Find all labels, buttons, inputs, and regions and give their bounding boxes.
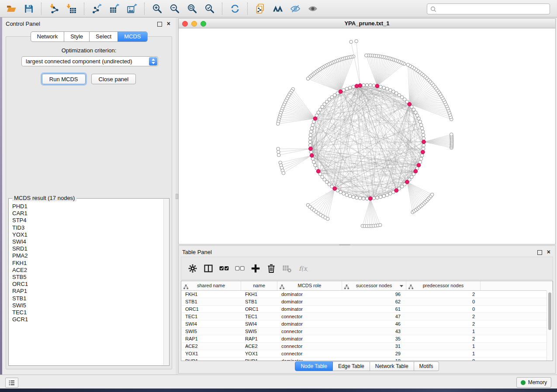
mcds-hub-node[interactable] <box>408 102 412 106</box>
ring-node[interactable] <box>362 83 365 87</box>
ring-node[interactable] <box>309 134 312 137</box>
ring-node[interactable] <box>392 90 395 93</box>
ring-node[interactable] <box>385 87 389 91</box>
table-row[interactable]: RAP1RAP1dominator352 <box>181 335 553 343</box>
network-canvas-wrap[interactable] <box>179 28 555 244</box>
column-header-predecessor-nodes[interactable]: predecessor nodes <box>406 281 481 290</box>
show-all-button[interactable] <box>305 1 321 16</box>
ring-node[interactable] <box>389 192 392 196</box>
satellite-node[interactable] <box>277 150 280 154</box>
mcds-result-item[interactable]: CAR1 <box>9 210 164 217</box>
satellite-node[interactable] <box>355 40 358 43</box>
ring-node[interactable] <box>379 85 382 89</box>
ring-node[interactable] <box>420 154 424 157</box>
uncheck-pair-button[interactable] <box>232 261 247 276</box>
mcds-result-item[interactable]: TEC1 <box>9 309 164 316</box>
satellite-node[interactable] <box>282 172 285 175</box>
mcds-result-item[interactable]: STB5 <box>9 274 164 281</box>
ring-node[interactable] <box>314 164 317 167</box>
satellite-node[interactable] <box>306 77 310 80</box>
ring-node[interactable] <box>421 130 425 134</box>
ring-node[interactable] <box>312 160 316 164</box>
mcds-result-item[interactable]: ORC1 <box>9 281 164 288</box>
ring-node[interactable] <box>359 196 362 200</box>
zoom-in-button[interactable] <box>149 1 165 16</box>
mcds-hub-node[interactable] <box>309 147 313 151</box>
tab-motifs[interactable]: Motifs <box>414 361 439 371</box>
column-header-mcds-role[interactable]: MCDS role <box>277 281 342 290</box>
ring-node[interactable] <box>349 194 352 198</box>
close-panel-button[interactable]: Close panel <box>91 74 136 84</box>
float-icon[interactable] <box>157 22 162 27</box>
satellite-node[interactable] <box>365 54 368 57</box>
zoom-out-button[interactable] <box>167 1 183 16</box>
ring-node[interactable] <box>345 87 349 91</box>
mcds-result-item[interactable]: RAP1 <box>9 288 164 295</box>
ring-node[interactable] <box>308 137 312 140</box>
column-header-successor-nodes[interactable]: successor nodes <box>342 281 406 290</box>
mcds-result-item[interactable]: SRD1 <box>9 245 164 252</box>
satellite-node[interactable] <box>276 122 280 126</box>
ring-node[interactable] <box>422 144 426 147</box>
ring-node[interactable] <box>376 196 379 199</box>
table-row[interactable]: SWI4SWI4dominator462 <box>181 320 553 328</box>
table-scrollbar[interactable] <box>547 290 553 361</box>
open-file-button[interactable] <box>3 1 19 16</box>
ring-node[interactable] <box>379 195 382 199</box>
clone-network-button[interactable] <box>253 1 268 16</box>
tab-network-table[interactable]: Network Table <box>370 361 414 371</box>
table-row[interactable]: SWI5SWI5connector431 <box>181 328 553 335</box>
mcds-hub-node[interactable] <box>358 84 362 88</box>
ring-node[interactable] <box>382 194 386 198</box>
ring-node[interactable] <box>419 124 423 127</box>
satellite-node[interactable] <box>277 147 280 151</box>
ring-node[interactable] <box>422 147 425 151</box>
ring-node[interactable] <box>309 130 313 134</box>
import-network-button[interactable] <box>46 1 62 16</box>
table-row[interactable]: YOX1YOX1connector291 <box>181 350 553 358</box>
ring-node[interactable] <box>382 86 386 89</box>
satellite-node[interactable] <box>277 153 280 157</box>
ring-node[interactable] <box>389 89 392 92</box>
column-header-shared-name[interactable]: shared name <box>181 281 241 290</box>
check-pair-button[interactable] <box>217 261 232 276</box>
ring-node[interactable] <box>311 124 315 127</box>
ring-node[interactable] <box>419 120 422 124</box>
ring-node[interactable] <box>345 193 349 197</box>
ring-node[interactable] <box>365 197 369 200</box>
close-icon[interactable]: × <box>167 20 170 27</box>
ring-node[interactable] <box>372 84 376 87</box>
mcds-hub-node[interactable] <box>368 196 372 200</box>
ring-node[interactable] <box>311 157 315 161</box>
search-box[interactable] <box>427 3 550 14</box>
ring-node[interactable] <box>365 83 369 87</box>
table-row[interactable]: TEC1TEC1connector472 <box>181 313 553 320</box>
mcds-hub-node[interactable] <box>316 169 320 173</box>
column-header-name[interactable]: name <box>241 281 277 290</box>
table-row[interactable]: FKH1FKH1dominator962 <box>181 291 553 298</box>
export-table-button[interactable] <box>107 1 122 16</box>
satellite-node[interactable] <box>430 193 434 196</box>
float-icon[interactable] <box>537 250 542 255</box>
refresh-button[interactable] <box>227 1 243 16</box>
ring-node[interactable] <box>420 127 424 130</box>
mcds-result-scrollbar[interactable] <box>163 199 169 365</box>
delete-column-button[interactable] <box>264 261 279 276</box>
task-history-button[interactable] <box>5 378 18 388</box>
satellite-node[interactable] <box>378 224 382 227</box>
mcds-hub-node[interactable] <box>313 117 317 120</box>
ring-node[interactable] <box>422 134 425 137</box>
ring-node[interactable] <box>309 151 313 154</box>
mcds-hub-node[interactable] <box>333 187 337 191</box>
ring-node[interactable] <box>362 197 365 200</box>
tab-network[interactable]: Network <box>31 32 64 41</box>
scrollbar-thumb[interactable] <box>548 292 551 330</box>
ring-node[interactable] <box>308 140 312 144</box>
mcds-hub-node[interactable] <box>310 154 314 158</box>
export-image-button[interactable] <box>124 1 140 16</box>
tab-mcds[interactable]: MCDS <box>118 32 147 41</box>
mcds-result-item[interactable]: PHD1 <box>9 203 164 210</box>
search-input[interactable] <box>437 5 550 14</box>
ring-node[interactable] <box>395 92 398 95</box>
mcds-result-item[interactable]: ACE2 <box>9 267 164 274</box>
